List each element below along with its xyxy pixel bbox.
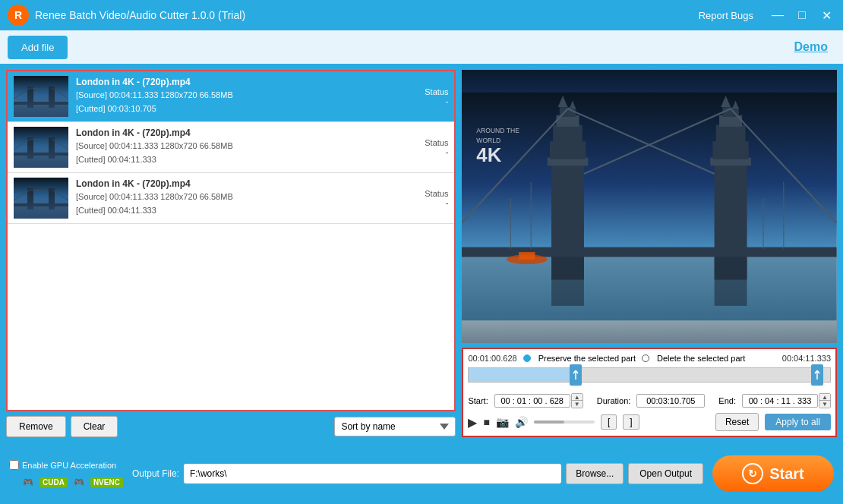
status-value: -	[425, 147, 448, 156]
video-frame: AROUND THE WORLD 4K	[462, 70, 837, 343]
svg-rect-51	[551, 257, 584, 306]
add-file-button[interactable]: Add file	[8, 36, 68, 59]
delete-label[interactable]: Delete the selected part	[657, 354, 745, 363]
end-time-input[interactable]	[742, 394, 818, 408]
svg-text:WORLD: WORLD	[477, 137, 501, 144]
mark-in-button[interactable]: [	[601, 414, 617, 430]
status-label: Status	[425, 138, 448, 147]
app-title: Renee Batch Video/Audio Cutter 1.0.0 (Tr…	[35, 9, 699, 21]
main-area: Add file Demo	[0, 30, 843, 504]
sort-select[interactable]: Sort by nameSort by sizeSort by duration	[334, 417, 456, 436]
duration-input[interactable]	[636, 394, 705, 408]
browse-button[interactable]: Browse...	[566, 463, 624, 484]
volume-slider[interactable]	[534, 421, 595, 424]
left-buttons: Remove Clear Sort by nameSort by sizeSor…	[6, 416, 456, 437]
toolbar: Add file Demo	[0, 30, 843, 64]
start-up-arrow[interactable]: ▲	[572, 394, 583, 401]
open-output-button[interactable]: Open Output	[628, 463, 703, 484]
file-status: Status -	[425, 189, 448, 207]
file-info: London in 4K - (720p).mp4 [Source] 00:04…	[76, 77, 425, 115]
svg-rect-28	[550, 141, 586, 159]
end-up-arrow[interactable]: ▲	[819, 394, 830, 401]
titlebar: R Renee Batch Video/Audio Cutter 1.0.0 (…	[0, 0, 843, 30]
maximize-button[interactable]: □	[793, 6, 811, 24]
svg-line-5	[14, 88, 30, 99]
playback-controls: ▶ ■ 📷 🔊 [ ] Reset Apply to all	[468, 413, 831, 431]
start-icon: ↻	[742, 463, 763, 484]
file-source: [Source] 00:04:11.333 1280x720 66.58MB	[76, 89, 425, 102]
time-fields: Start: ▲ ▼ Duration: End: ▲	[468, 393, 831, 408]
status-value: -	[425, 96, 448, 106]
svg-rect-4	[14, 102, 68, 105]
file-name: London in 4K - (720p).mp4	[76, 128, 425, 138]
output-label: Output File:	[132, 468, 179, 479]
file-cutted: [Cutted] 00:04:11.333	[76, 153, 425, 167]
gpu-checkbox[interactable]	[9, 460, 19, 470]
preserve-label[interactable]: Preserve the selected part	[538, 354, 636, 363]
remove-button[interactable]: Remove	[6, 416, 66, 437]
start-label: Start	[769, 465, 804, 483]
screenshot-button[interactable]: 📷	[496, 416, 509, 428]
start-down-arrow[interactable]: ▼	[572, 401, 583, 408]
delete-radio-dot	[642, 354, 649, 362]
file-status: Status -	[425, 138, 448, 156]
svg-rect-9	[14, 156, 68, 168]
start-field-label: Start:	[468, 396, 488, 405]
stop-button[interactable]: ■	[483, 416, 489, 428]
file-list-item[interactable]: London in 4K - (720p).mp4 [Source] 00:04…	[8, 71, 454, 122]
file-cutted: [Cutted] 00:04:11.333	[76, 204, 425, 218]
file-info: London in 4K - (720p).mp4 [Source] 00:04…	[76, 178, 425, 217]
gpu-row: Enable GPU Acceleration	[9, 460, 116, 470]
svg-rect-12	[14, 153, 68, 156]
status-label: Status	[425, 87, 448, 96]
volume-fill	[534, 421, 564, 424]
svg-rect-29	[554, 125, 583, 143]
status-label: Status	[425, 189, 448, 198]
report-bugs-link[interactable]: Report Bugs	[699, 10, 753, 21]
timeline-handle-right[interactable]	[811, 364, 823, 386]
left-panel: London in 4K - (720p).mp4 [Source] 00:04…	[6, 70, 456, 437]
svg-rect-19	[49, 188, 55, 209]
apply-all-button[interactable]: Apply to all	[765, 414, 831, 430]
volume-button[interactable]: 🔊	[515, 416, 528, 428]
timeline-bar[interactable]	[468, 367, 831, 383]
svg-line-21	[14, 190, 30, 200]
file-thumbnail	[14, 127, 68, 168]
svg-rect-18	[27, 188, 33, 209]
output-path-input[interactable]	[184, 464, 561, 484]
svg-line-23	[52, 190, 68, 200]
start-button[interactable]: ↻ Start	[712, 455, 834, 492]
timeline-handle-left[interactable]	[570, 364, 582, 386]
start-field-container: ▲ ▼	[494, 393, 583, 408]
status-value: -	[425, 198, 448, 207]
window-controls: — □ ✕	[769, 6, 835, 24]
svg-rect-20	[14, 203, 68, 206]
play-button[interactable]: ▶	[468, 415, 477, 430]
svg-text:4K: 4K	[477, 144, 502, 165]
timeline-top: 00:01:00.628 Preserve the selected part …	[468, 354, 831, 363]
thumb-img	[14, 127, 68, 168]
right-panel: AROUND THE WORLD 4K 00:01:00.628 Preserv…	[462, 70, 837, 437]
end-field-label: End:	[718, 396, 736, 405]
svg-rect-16	[14, 178, 68, 219]
file-info: London in 4K - (720p).mp4 [Source] 00:04…	[76, 128, 425, 166]
svg-rect-10	[27, 137, 33, 159]
svg-rect-11	[49, 137, 55, 159]
mark-out-button[interactable]: ]	[623, 414, 639, 430]
reset-button[interactable]: Reset	[715, 413, 759, 431]
start-spinner[interactable]: ▲ ▼	[571, 393, 583, 408]
start-time-input[interactable]	[494, 394, 570, 408]
app-logo: R	[8, 5, 29, 26]
svg-text:AROUND THE: AROUND THE	[477, 127, 520, 134]
svg-line-7	[52, 88, 68, 99]
close-button[interactable]: ✕	[817, 6, 835, 24]
file-list-item[interactable]: London in 4K - (720p).mp4 [Source] 00:04…	[8, 122, 454, 173]
file-list-item[interactable]: London in 4K - (720p).mp4 [Source] 00:04…	[8, 173, 454, 224]
thumb-img	[14, 76, 68, 117]
minimize-button[interactable]: —	[769, 6, 787, 24]
end-down-arrow[interactable]: ▼	[819, 401, 830, 408]
clear-button[interactable]: Clear	[71, 416, 118, 437]
file-name: London in 4K - (720p).mp4	[76, 77, 425, 87]
file-source: [Source] 00:04:11.333 1280x720 66.58MB	[76, 191, 425, 204]
end-spinner[interactable]: ▲ ▼	[819, 393, 831, 408]
